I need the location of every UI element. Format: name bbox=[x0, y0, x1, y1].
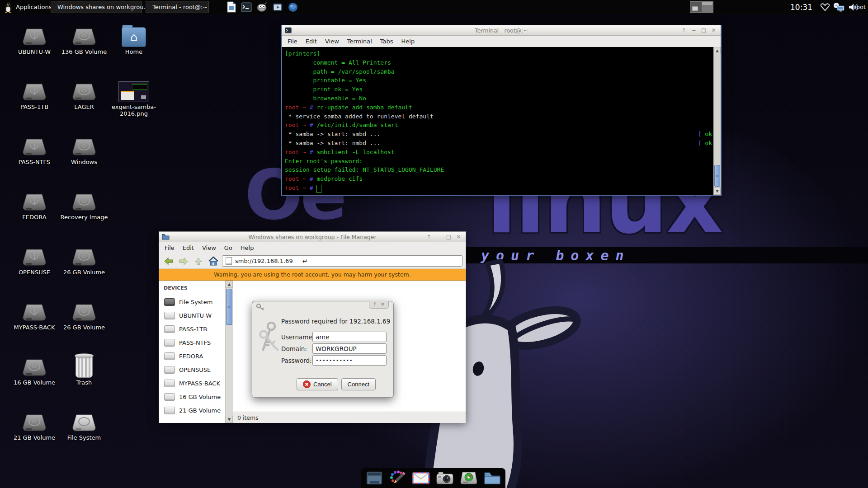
taskbar-button-terminal[interactable]: Terminal - root@:~ bbox=[146, 1, 209, 13]
home-button[interactable] bbox=[207, 255, 220, 267]
desktop-icon-pass-ntfs[interactable]: PASS-NTFS bbox=[10, 131, 59, 165]
disk-utility-icon[interactable] bbox=[460, 471, 478, 485]
username-label: Username: bbox=[281, 333, 312, 341]
clock[interactable]: 10:31 bbox=[790, 0, 812, 14]
desktop-icon-136-gb-volume[interactable]: 136 GB Volume bbox=[60, 21, 108, 55]
desktop-icon-windows[interactable]: Windows bbox=[60, 131, 108, 165]
domain-field[interactable]: WORKGROUP bbox=[312, 343, 387, 354]
desktop-icon-home[interactable]: ⌂ Home bbox=[109, 21, 158, 55]
drive-icon bbox=[164, 380, 175, 387]
path-entry[interactable]: smb://192.168.1.69 ↵ bbox=[222, 255, 462, 267]
desktop-icon-pass-1tb[interactable]: PASS-1TB bbox=[10, 76, 59, 110]
file-manager-titlebar[interactable]: Windows shares on workgroup - File Manag… bbox=[159, 232, 466, 242]
scroll-up-button[interactable]: ▲ bbox=[226, 281, 233, 288]
drive-icon bbox=[164, 298, 175, 306]
desktop-icon-21-gb-volume[interactable]: 21 GB Volume bbox=[10, 407, 59, 441]
workspace-pager[interactable] bbox=[690, 1, 713, 13]
cancel-button[interactable]: Cancel bbox=[297, 378, 338, 390]
gimp-icon[interactable] bbox=[256, 2, 268, 13]
sidebar-item-21-gb-volume[interactable]: 21 GB Volume bbox=[159, 404, 225, 417]
minimize-button[interactable]: − bbox=[691, 26, 697, 35]
sidebar-item-ubuntu-w[interactable]: UBUNTU-W bbox=[159, 309, 225, 322]
connect-button[interactable]: Connect bbox=[341, 378, 376, 390]
browser-icon[interactable] bbox=[288, 2, 298, 13]
desktop-icon-label: OPENSUSE bbox=[19, 269, 50, 276]
camera-icon[interactable] bbox=[436, 471, 454, 485]
draw-icon[interactable] bbox=[389, 470, 406, 486]
device-list: File SystemUBUNTU-WPASS-1TBPASS-NTFSFEDO… bbox=[159, 295, 225, 417]
desktop-icon-mypass-back[interactable]: MYPASS-BACK bbox=[10, 296, 59, 331]
up-button[interactable] bbox=[192, 255, 205, 267]
password-dialog: ↑ ✕ Password required for 192.168.1.69 U… bbox=[252, 301, 394, 398]
shade-button[interactable]: ↑ bbox=[681, 26, 687, 35]
desktop-icon-exgent-samba-2016-png[interactable]: exgent-samba-2016.png bbox=[109, 76, 158, 117]
taskbar-button-file-manager[interactable]: Windows shares on workgrou... bbox=[51, 1, 142, 13]
shade-button[interactable]: ↑ bbox=[373, 301, 377, 307]
document-icon[interactable] bbox=[226, 1, 236, 13]
drive-icon bbox=[164, 325, 175, 333]
back-button[interactable] bbox=[162, 255, 175, 267]
device-label: UBUNTU-W bbox=[179, 312, 212, 319]
mail-icon[interactable] bbox=[412, 471, 430, 485]
menu-item-go[interactable]: Go bbox=[220, 244, 236, 251]
terminal-icon[interactable] bbox=[241, 2, 252, 13]
hard-drive-icon bbox=[71, 82, 97, 102]
menu-item-view[interactable]: View bbox=[198, 244, 220, 251]
home-folder-icon: ⌂ bbox=[122, 27, 146, 47]
file-manager-icon[interactable] bbox=[484, 471, 501, 485]
menu-item-edit[interactable]: Edit bbox=[179, 244, 198, 251]
menu-item-help[interactable]: Help bbox=[236, 244, 258, 251]
sidebar-item-pass-1tb[interactable]: PASS-1TB bbox=[159, 322, 225, 336]
terminal-icon[interactable] bbox=[366, 470, 383, 486]
desktop-icon-label: MYPASS-BACK bbox=[14, 324, 55, 331]
drive-icon bbox=[164, 366, 175, 374]
workspace-2[interactable] bbox=[702, 2, 713, 12]
applications-menu-button[interactable]: Applications bbox=[4, 0, 52, 14]
enter-mark-icon: ↵ bbox=[302, 258, 308, 265]
scroll-down-button[interactable]: ▼ bbox=[226, 416, 233, 423]
shade-button[interactable]: ↑ bbox=[426, 232, 432, 241]
media-player-icon[interactable] bbox=[272, 2, 283, 13]
username-field[interactable]: arne bbox=[312, 332, 387, 342]
desktop-icon-16-gb-volume[interactable]: 16 GB Volume bbox=[10, 352, 59, 386]
pager-window-rect bbox=[692, 6, 698, 11]
desktop-icon-file-system[interactable]: File System bbox=[60, 407, 108, 441]
network-icon[interactable] bbox=[833, 2, 845, 12]
maximize-button[interactable]: □ bbox=[701, 26, 707, 35]
maximize-button[interactable]: □ bbox=[446, 232, 452, 241]
menu-item-file[interactable]: File bbox=[160, 244, 179, 251]
desktop-icon-label: UBUNTU-W bbox=[18, 48, 51, 55]
workspace-1[interactable] bbox=[690, 2, 702, 12]
desktop-icon-26-gb-volume[interactable]: 26 GB Volume bbox=[60, 296, 108, 331]
minimize-button[interactable]: − bbox=[436, 232, 442, 241]
sidebar-item-mypass-back[interactable]: MYPASS-BACK bbox=[159, 376, 225, 390]
usb-drive-icon bbox=[22, 303, 47, 323]
keys-artwork-icon bbox=[258, 320, 280, 353]
desktop-icon-label: FEDORA bbox=[22, 214, 46, 221]
desktop-icon-opensuse[interactable]: OPENSUSE bbox=[10, 241, 59, 276]
panel-launchers bbox=[226, 0, 298, 14]
domain-label: Domain: bbox=[281, 345, 312, 352]
sidebar-scrollbar[interactable]: ▲ ≡ ▼ bbox=[225, 281, 233, 423]
desktop-icon-lager[interactable]: LAGER bbox=[60, 76, 108, 110]
scrollbar-thumb[interactable]: ≡ bbox=[226, 289, 232, 325]
desktop-icon-ubuntu-w[interactable]: UBUNTU-W bbox=[10, 21, 59, 55]
sidebar-item-16-gb-volume[interactable]: 16 GB Volume bbox=[159, 390, 225, 404]
forward-button[interactable] bbox=[177, 255, 190, 267]
sidebar-item-file-system[interactable]: File System bbox=[159, 295, 225, 309]
sidebar-devices: DEVICES File SystemUBUNTU-WPASS-1TBPASS-… bbox=[159, 281, 225, 423]
desktop-icon-fedora[interactable]: FEDORA bbox=[10, 186, 59, 221]
sidebar-item-fedora[interactable]: FEDORA bbox=[159, 349, 225, 363]
desktop-icon-recovery-image[interactable]: Recovery Image bbox=[60, 186, 108, 221]
password-label: Password: bbox=[281, 357, 312, 364]
close-button[interactable]: ✕ bbox=[456, 232, 462, 241]
heart-outline-icon[interactable] bbox=[820, 3, 830, 12]
close-button[interactable]: ✕ bbox=[711, 26, 717, 35]
sidebar-item-opensuse[interactable]: OPENSUSE bbox=[159, 363, 225, 376]
password-field[interactable]: ••••••••••• bbox=[312, 355, 387, 366]
desktop-icon-26-gb-volume[interactable]: 26 GB Volume bbox=[60, 241, 108, 276]
close-button[interactable]: ✕ bbox=[381, 301, 385, 307]
hard-drive-icon bbox=[22, 358, 47, 378]
sidebar-item-pass-ntfs[interactable]: PASS-NTFS bbox=[159, 336, 225, 349]
desktop-icon-trash[interactable]: Trash bbox=[60, 352, 108, 386]
